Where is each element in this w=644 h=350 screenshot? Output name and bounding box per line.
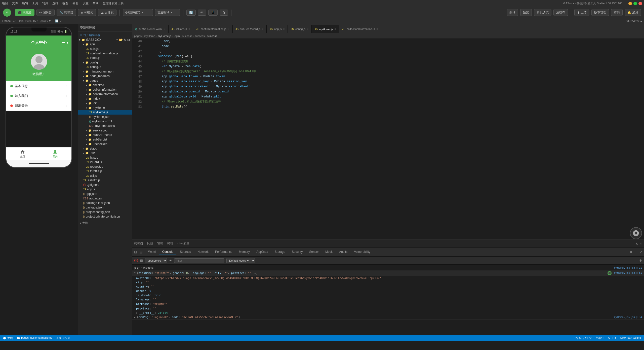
tree-file-http-js[interactable]: JS http.js [78,155,132,160]
menu-item-settings[interactable]: 设置 [83,1,89,6]
menu-item-goto[interactable]: 转到 [42,1,48,6]
code-editor[interactable]: 40 41 42 43 44 45 46 47 48 49 50 51 52 5… [132,39,644,239]
close-button[interactable]: × [638,2,642,5]
real-device-btn-main[interactable]: 真机调试 [534,9,551,16]
compile-select[interactable]: 普通编译 ▼ [155,9,180,16]
menu-item-edit[interactable]: 编辑 [22,1,28,6]
menu-item-help[interactable]: 帮助 [93,1,99,6]
tree-file-gitignore[interactable]: 🚫 .gitignore [78,183,132,187]
debug-button[interactable]: 🔧调试器 [57,9,76,16]
open-editor-link[interactable]: ▷ 打开始编辑器 [78,33,132,38]
tree-folder-pages[interactable]: ▾ 📁 pages [78,78,132,83]
nav-home[interactable]: 主页 [20,149,25,158]
tab-subserrecord[interactable]: JS subSerRecord.js × [233,25,267,33]
devtools-expand-icon[interactable]: ⤢ [639,250,642,254]
tree-folder-servicelog[interactable]: ▸ 📁 serviceLog [78,128,132,133]
bottom-action[interactable]: Click lean testing [620,336,641,340]
tab-config-js-close[interactable]: × [307,28,308,30]
real-device-button[interactable]: 📱 [208,10,218,16]
tab-confirminfo-close[interactable]: × [228,28,229,30]
messages-button[interactable]: 🔔消息 [625,9,641,16]
obj3-expand[interactable]: ▸ [134,316,136,319]
mode-select[interactable]: 小程序模式 ▼ [123,9,153,16]
tab-vulnerability[interactable]: Vulnerability [351,249,373,255]
devtools-tab-output[interactable]: 输出 [157,241,163,246]
tree-folder-unchecked[interactable]: ▸ 📁 unchecked [78,142,132,146]
tab-console[interactable]: Console [159,249,176,255]
tab-subserelist[interactable]: ⟨⟩ subSerReList.wxml × [132,25,169,33]
tab-sensor[interactable]: Sensor [306,249,322,255]
upload-button[interactable]: ⬆上传 [574,9,589,16]
phone-menu-basic-info[interactable]: 基本信息 › [6,81,71,91]
console-clear-icon[interactable]: 🚫 [134,259,138,262]
tab-wxml[interactable]: Wxml [145,249,159,255]
tree-file-idcard-js[interactable]: JS idCard.js [78,160,132,164]
console-filter-icon[interactable]: ⊟ [140,259,143,262]
preview-icon-button[interactable]: 👁 [198,10,206,16]
devtools-more-icon[interactable]: ⋮ [634,250,637,254]
tab-subserrecord-close[interactable]: × [262,28,264,30]
menu-item-file[interactable]: 文件 [12,1,18,6]
details-button[interactable]: 详情 [611,9,623,16]
tree-file-eslintrc[interactable]: JS .eslintrc.js [78,178,132,183]
tab-sources[interactable]: Sources [177,249,194,255]
tree-folder-config[interactable]: ▾ 📁 config [78,60,132,65]
maximize-button[interactable]: □ [633,2,637,5]
devtools-gear-icon[interactable]: ⚙ [630,250,632,254]
simulator-button[interactable]: ⬛模拟器 [15,9,34,16]
console-source-errmsg[interactable]: myHome.js?[sm]:34 [614,316,642,319]
console-level-select[interactable]: Default levels ▼ [226,258,255,263]
devtools-tab-terminal[interactable]: 终端 [167,241,173,246]
tab-confirminfo[interactable]: JS confirmInformation.js × [193,25,233,33]
menu-item-interface[interactable]: 界面 [72,1,78,6]
tree-root[interactable]: ▾ 📁 GAS2-XCX + 📂 ↻ ⊟ [78,38,132,42]
tab-security[interactable]: Security [289,249,306,255]
tree-folder-myhome[interactable]: ▾ 📁 myHome [78,106,132,110]
devtools-tab-debugger[interactable]: 调试器 [134,241,143,246]
tab-performance[interactable]: Performance [212,249,235,255]
tree-collapse[interactable]: ⊟ [127,38,130,42]
menu-item-project[interactable]: 项目 [2,1,8,6]
tree-file-util-js[interactable]: JS util.js [78,173,132,178]
compile-button[interactable]: 🔄 [186,10,196,16]
floating-icon[interactable] [630,227,642,239]
tab-audits[interactable]: Audits [336,249,350,255]
cache-button[interactable]: 🗑 [220,10,228,16]
tree-folder-subserrecord[interactable]: ▸ 📁 subSerRecord [78,133,132,137]
tree-file-confirm-info-js[interactable]: JS confirmInformation.js [78,51,132,56]
tree-file-package-json[interactable]: {} package.json [78,205,132,210]
tree-file-myhome-wxml[interactable]: ⟨⟩ myHome.wxml [78,119,132,124]
menu-item-wechat[interactable]: 微信开发者工具 [103,1,124,6]
tree-file-app-js[interactable]: JS app.js [78,187,132,192]
tree-folder-confirminfo[interactable]: ▸ 📁 confirmInformation [78,92,132,96]
tab-config-js[interactable]: JS config.js × [288,25,312,33]
tree-file-throttle-js[interactable]: JS throttle.js [78,169,132,173]
tree-file-apis-js[interactable]: JS apis.js [78,47,132,51]
tree-new-folder[interactable]: 📂 [119,38,123,42]
tree-file-myhome-js[interactable]: JS myHome.js [78,110,132,115]
console-settings-icon[interactable]: ⚙ [639,259,642,262]
tab-myhome-js[interactable]: JS myHome.js × [312,25,339,33]
tab-mock[interactable]: Mock [322,249,336,255]
tree-folder-static[interactable]: ▸ 📁 static [78,146,132,151]
console-filter-input[interactable] [174,258,224,263]
obj-expand-arrow[interactable]: ▾ [134,271,136,275]
cache-btn-main[interactable]: 清缓存 [553,9,568,16]
console-source-login[interactable]: myHome.js?[sm]:21 [614,266,642,270]
tab-idcard[interactable]: JS idCard.js × [169,25,193,33]
tab-app-js-close[interactable]: × [283,28,285,30]
phone-menu-logout[interactable]: 退出登录 › [6,101,71,111]
tree-folder-subserlist[interactable]: ▸ 📁 subSerList [78,137,132,142]
menu-item-view[interactable]: 视图 [62,1,68,6]
tree-folder-node-modules[interactable]: ▸ 📁 node_modules [78,74,132,78]
devtools-close-icon[interactable]: × [640,241,642,246]
compile-btn-main[interactable]: 编译 [507,9,518,16]
tab-memory[interactable]: Memory [236,249,253,255]
tab-myhome-js-close[interactable]: × [335,28,336,30]
tree-file-index-js[interactable]: JS index.js [78,56,132,60]
tab-storage[interactable]: Storage [272,249,288,255]
tab-network[interactable]: Network [194,249,212,255]
console-eye-icon[interactable]: 👁 [169,259,172,262]
tree-file-request-js[interactable]: JS request.js [78,164,132,169]
phone-menu-join[interactable]: 加入我们 › [6,91,71,101]
